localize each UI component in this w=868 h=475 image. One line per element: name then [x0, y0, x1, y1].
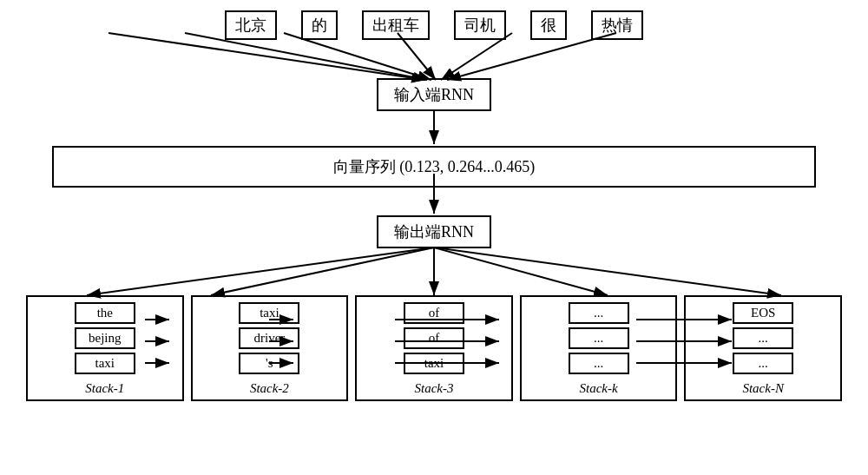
- stack-n-item-1: ...: [733, 327, 793, 349]
- stack-n-item-0: EOS: [733, 302, 793, 324]
- stack-3-item-2: taxi: [404, 353, 464, 374]
- word-de: 的: [301, 10, 338, 40]
- input-rnn-box: 输入端RNN: [377, 78, 491, 111]
- svg-line-13: [434, 247, 608, 295]
- stack-3-label: Stack-3: [414, 381, 453, 396]
- stack-2-item-1: driver: [239, 327, 299, 349]
- svg-line-4: [284, 33, 431, 80]
- stack-n: EOS ... ... Stack-N: [684, 295, 842, 401]
- output-rnn-box: 输出端RNN: [377, 215, 491, 248]
- stack-1: the bejing taxi Stack-1: [26, 295, 184, 401]
- stack-k: ... ... ... Stack-k: [520, 295, 678, 401]
- stack-n-item-2: ...: [733, 353, 793, 374]
- stack-k-item-2: ...: [569, 353, 629, 374]
- top-words-row: 北京 的 出租车 司机 很 热情: [0, 10, 868, 40]
- vector-box: 向量序列 (0.123, 0.264...0.465): [52, 146, 816, 188]
- diagram: 北京 的 出租车 司机 很 热情 输入端RNN 向量序列 (0.123, 0.2…: [0, 0, 868, 475]
- word-driver: 司机: [454, 10, 506, 40]
- word-very: 很: [530, 10, 567, 40]
- svg-line-10: [87, 247, 434, 295]
- word-beijing: 北京: [225, 10, 277, 40]
- stack-2-label: Stack-2: [250, 381, 289, 396]
- svg-line-11: [211, 247, 434, 295]
- stack-3-item-1: of: [404, 327, 464, 349]
- svg-line-3: [185, 33, 427, 80]
- stack-k-label: Stack-k: [580, 381, 618, 396]
- stack-k-item-1: ...: [569, 327, 629, 349]
- stack-1-item-1: bejing: [75, 327, 135, 349]
- stack-3-item-0: of: [404, 302, 464, 324]
- svg-line-6: [441, 33, 512, 80]
- stack-2-item-0: taxi: [239, 302, 299, 324]
- stack-1-item-0: the: [75, 302, 135, 324]
- stack-n-label: Stack-N: [742, 381, 783, 396]
- stacks-row: the bejing taxi Stack-1 taxi driver 's S…: [26, 295, 842, 401]
- stack-1-label: Stack-1: [85, 381, 124, 396]
- stack-2-item-2: 's: [239, 353, 299, 374]
- svg-line-14: [434, 247, 781, 295]
- word-taxi: 出租车: [362, 10, 430, 40]
- stack-k-item-0: ...: [569, 302, 629, 324]
- svg-line-2: [108, 33, 425, 80]
- svg-line-5: [398, 33, 436, 80]
- word-enthusiastic: 热情: [591, 10, 643, 40]
- stack-1-item-2: taxi: [75, 353, 135, 374]
- stack-2: taxi driver 's Stack-2: [191, 295, 349, 401]
- stack-3: of of taxi Stack-3: [355, 295, 513, 401]
- svg-line-7: [447, 33, 616, 80]
